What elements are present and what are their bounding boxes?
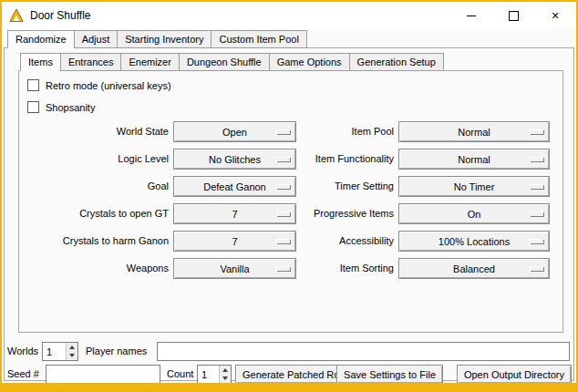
open-output-directory-button[interactable]: Open Output Directory [457,365,572,384]
goal-label: Goal [27,176,169,197]
player-names-input[interactable] [157,342,570,361]
minimize-button[interactable] [450,2,492,29]
crystals-gt-label: Crystals to open GT [27,203,169,224]
settings-row: Logic Level No Glitches Item Functionali… [2,149,576,170]
count-spin-down[interactable] [220,375,231,384]
crystals-gt-dropdown[interactable]: 7 [173,203,296,224]
weapons-label: Weapons [27,258,169,279]
timer-setting-dropdown[interactable]: No Timer [398,176,550,197]
maximize-icon [509,11,519,21]
shopsanity-label: Shopsanity [46,102,95,113]
weapons-dropdown[interactable]: Vanilla [173,258,296,279]
goal-dropdown[interactable]: Defeat Ganon [173,176,296,197]
worlds-spinner-arrows [66,343,77,360]
app-icon [9,8,24,23]
shopsanity-checkbox[interactable] [27,101,39,113]
dropdown-indicator-icon [276,157,291,162]
dropdown-value: On [468,209,481,220]
dropdown-value: Defeat Ganon [203,181,266,192]
tab-dungeon-shuffle[interactable]: Dungeon Shuffle [179,53,270,71]
close-button[interactable]: ✕ [534,2,576,29]
tab-items[interactable]: Items [20,53,61,71]
item-functionality-label: Item Functionality [301,149,394,170]
crystals-ganon-dropdown[interactable]: 7 [173,231,296,252]
dropdown-indicator-icon [276,211,291,217]
dropdown-value: 100% Locations [439,236,510,247]
item-functionality-dropdown[interactable]: Normal [398,149,550,170]
titlebar: Door Shuffle ✕ [2,2,576,29]
inner-tab-bar: Items Entrances Enemizer Dungeon Shuffle… [20,53,444,71]
dropdown-value: No Glitches [209,154,261,165]
tab-game-options[interactable]: Game Options [269,53,350,71]
dropdown-indicator-icon [276,239,291,244]
settings-row: Weapons Vanilla Item Sorting Balanced [2,258,576,279]
dropdown-value: Balanced [453,263,495,274]
count-spin-up[interactable] [220,366,231,375]
dropdown-value: Normal [458,154,490,165]
item-pool-label: Item Pool [301,121,394,142]
retro-mode-row: Retro mode (universal keys) [27,78,171,92]
tab-starting-inventory[interactable]: Starting Inventory [117,30,212,48]
dropdown-indicator-icon [530,184,544,190]
dropdown-indicator-icon [530,157,544,162]
app-window: Door Shuffle ✕ Randomize Adjust Starting… [0,0,578,392]
outer-tab-bar: Randomize Adjust Starting Inventory Cust… [7,30,307,48]
minimize-icon [467,15,476,16]
worlds-spinner[interactable]: 1 [42,342,78,361]
tab-adjust[interactable]: Adjust [74,30,119,48]
dropdown-indicator-icon [530,211,544,217]
settings-row: Goal Defeat Ganon Timer Setting No Timer [2,176,576,197]
arrow-up-icon [69,346,75,349]
dropdown-value: No Timer [454,181,495,192]
arrow-down-icon [222,377,228,380]
dropdown-indicator-icon [276,129,291,135]
maximize-button[interactable] [492,2,534,29]
dropdown-indicator-icon [530,129,544,135]
logic-level-dropdown[interactable]: No Glitches [173,149,296,170]
seed-input[interactable] [46,365,160,384]
item-pool-dropdown[interactable]: Normal [398,121,550,142]
worlds-spin-up[interactable] [67,343,77,352]
dropdown-value: 7 [232,236,237,247]
progressive-items-dropdown[interactable]: On [398,203,550,224]
worlds-label: Worlds [7,342,38,361]
world-state-label: World State [27,121,169,142]
dropdown-value: Open [222,127,247,138]
dropdown-indicator-icon [530,239,544,244]
shopsanity-row: Shopsanity [27,100,95,114]
close-icon: ✕ [551,11,559,21]
tab-generation-setup[interactable]: Generation Setup [349,53,444,71]
window-title: Door Shuffle [30,9,91,22]
player-names-label: Player names [86,342,147,361]
tab-custom-item-pool[interactable]: Custom Item Pool [211,30,306,48]
settings-row: Crystals to open GT 7 Progressive Items … [2,203,576,224]
count-spinner-arrows [219,366,231,383]
dropdown-indicator-icon [530,266,544,272]
timer-setting-label: Timer Setting [301,176,394,197]
count-value: 1 [198,366,219,383]
settings-row: World State Open Item Pool Normal [2,121,576,142]
window-controls: ✕ [450,2,576,29]
tab-enemizer[interactable]: Enemizer [120,53,179,71]
tab-entrances[interactable]: Entrances [60,53,122,71]
tab-randomize[interactable]: Randomize [7,30,75,48]
world-state-dropdown[interactable]: Open [173,121,296,142]
items-page [18,70,563,333]
accessibility-dropdown[interactable]: 100% Locations [398,231,550,252]
worlds-value: 1 [43,343,66,360]
worlds-spin-down[interactable] [67,352,77,361]
dropdown-value: Vanilla [220,263,249,274]
dropdown-indicator-icon [276,266,291,272]
settings-row: Crystals to harm Ganon 7 Accessibility 1… [2,231,576,252]
logic-level-label: Logic Level [27,149,169,170]
save-settings-button[interactable]: Save Settings to File [336,365,443,384]
item-sorting-dropdown[interactable]: Balanced [398,258,550,279]
crystals-ganon-label: Crystals to harm Ganon [27,231,169,252]
item-sorting-label: Item Sorting [301,258,394,279]
retro-mode-checkbox[interactable] [27,79,39,91]
arrow-down-icon [69,354,75,357]
dropdown-value: Normal [458,127,490,138]
count-spinner[interactable]: 1 [197,365,232,384]
dropdown-indicator-icon [276,184,291,190]
arrow-up-icon [222,368,228,372]
